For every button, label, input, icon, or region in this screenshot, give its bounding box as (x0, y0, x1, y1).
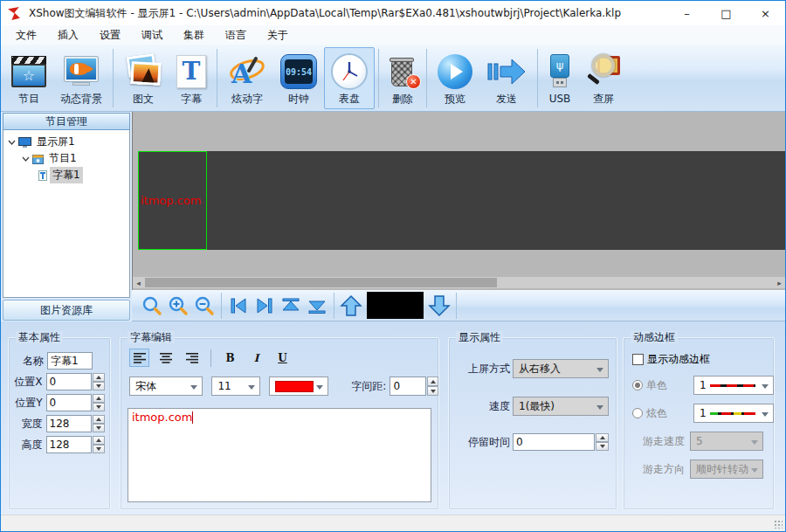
menu-cluster[interactable]: 集群 (173, 25, 215, 45)
pos-x-spinner[interactable] (93, 373, 105, 390)
width-input[interactable] (46, 415, 92, 432)
italic-button[interactable]: I (246, 349, 266, 367)
program-tree: 显示屏1 节目1 字幕1 (3, 130, 130, 298)
minimize-button[interactable]: – (667, 1, 707, 25)
bold-button[interactable]: B (220, 349, 240, 367)
program-node-icon (32, 154, 44, 164)
spinner-up-icon[interactable] (93, 373, 105, 382)
scroll-right-icon[interactable]: ▸ (774, 277, 785, 288)
program-button[interactable]: ☆ 节目 (4, 47, 53, 109)
preview-button[interactable]: 预览 (431, 47, 479, 109)
main-toolbar: ☆ 节目 动态背景 图文 T 字幕 (1, 45, 785, 112)
spinner-down-icon[interactable] (93, 403, 105, 411)
align-center-button[interactable] (155, 349, 176, 367)
clock-button[interactable]: 09:54 时钟 (273, 47, 324, 109)
close-button[interactable]: × (746, 1, 785, 25)
multi-color-radio[interactable] (632, 408, 643, 418)
move-last-button[interactable] (252, 293, 278, 319)
down-arrow-icon (428, 294, 451, 317)
align-left-button[interactable] (129, 349, 149, 367)
align-right-button[interactable] (182, 349, 202, 367)
subtitle-preview-text: itmop.com (139, 194, 201, 207)
height-input[interactable] (46, 436, 92, 453)
spinner-down-icon[interactable] (596, 442, 609, 451)
delete-button[interactable]: ✕ 删除 (383, 47, 423, 109)
move-first-button[interactable] (225, 293, 252, 319)
resize-grip-icon[interactable] (774, 520, 783, 529)
spinner-up-icon[interactable] (93, 394, 105, 403)
tree-item-program[interactable]: 节目1 (3, 150, 129, 167)
toolbar-separator (334, 293, 334, 319)
dynamic-background-button[interactable]: 动态背景 (53, 47, 109, 109)
scrollbar-thumb[interactable] (145, 278, 497, 287)
speed-select[interactable]: 1(最快) (513, 397, 609, 416)
font-color-select[interactable] (269, 377, 328, 396)
width-spinner[interactable] (93, 415, 105, 432)
image-library-button[interactable]: 图片资源库 (3, 300, 130, 321)
stay-time-spinner[interactable] (596, 433, 609, 451)
pos-x-input[interactable] (46, 373, 92, 390)
move-top-button[interactable] (278, 293, 304, 319)
name-input[interactable] (47, 352, 93, 370)
spinner-down-icon[interactable] (93, 445, 105, 453)
walk-speed-select[interactable]: 5 (690, 432, 763, 451)
move-bottom-button[interactable] (304, 293, 330, 319)
group-title: 显示属性 (456, 331, 503, 343)
spacing-input[interactable] (390, 377, 426, 396)
dial-button[interactable]: 表盘 (324, 47, 375, 109)
pos-y-spinner[interactable] (93, 394, 105, 411)
spinner-up-icon[interactable] (427, 377, 438, 386)
spinner-down-icon[interactable] (427, 386, 438, 396)
menu-about[interactable]: 关于 (257, 25, 299, 45)
mono-color-select[interactable]: 1 (693, 376, 774, 395)
menu-language[interactable]: 语言 (215, 25, 257, 45)
menu-bar: 文件 插入 设置 调试 集群 语言 关于 (1, 25, 785, 45)
dazzle-letter-icon: A (228, 51, 266, 93)
underline-button[interactable]: U (272, 349, 293, 367)
tree-item-subtitle[interactable]: 字幕1 (3, 167, 129, 183)
entry-method-select[interactable]: 从右移入 (513, 359, 609, 378)
screen-canvas[interactable]: itmop.com ◂ ▸ (132, 112, 785, 290)
zoom-out-button[interactable] (191, 293, 217, 319)
zoom-reset-button[interactable] (139, 293, 165, 319)
mono-color-radio[interactable] (632, 380, 643, 390)
layer-down-button[interactable] (426, 293, 452, 319)
dazzle-text-button[interactable]: A 炫动字 (221, 47, 273, 109)
menu-settings[interactable]: 设置 (89, 25, 131, 45)
pos-y-input[interactable] (46, 394, 92, 411)
zoom-out-icon (194, 295, 215, 316)
multi-color-select[interactable]: 1 (693, 404, 774, 423)
spacing-spinner[interactable] (427, 377, 438, 396)
graphic-text-button[interactable]: 图文 (117, 47, 169, 109)
usb-button[interactable]: ψ USB (541, 47, 578, 109)
spinner-down-icon[interactable] (93, 424, 105, 432)
walk-direction-select[interactable]: 顺时针转动 (690, 459, 763, 479)
chevron-down-icon[interactable] (7, 138, 16, 146)
tree-item-screen[interactable]: 显示屏1 (3, 134, 129, 150)
menu-insert[interactable]: 插入 (47, 25, 89, 45)
menu-debug[interactable]: 调试 (131, 25, 173, 45)
layer-up-button[interactable] (338, 293, 364, 319)
font-family-select[interactable]: 宋体 (129, 377, 203, 396)
font-size-select[interactable]: 11 (211, 377, 260, 396)
check-screen-button[interactable]: 查屏 (578, 47, 629, 109)
subtitle-text-area[interactable]: itmop.com (128, 408, 431, 502)
background-color-swatch[interactable] (367, 292, 424, 319)
scroll-left-icon[interactable]: ◂ (133, 277, 144, 288)
show-border-checkbox[interactable] (632, 354, 644, 365)
canvas-horizontal-scrollbar[interactable]: ◂ ▸ (133, 277, 785, 288)
digital-clock-icon: 09:54 (280, 51, 317, 93)
chevron-down-icon[interactable] (21, 155, 30, 162)
send-button[interactable]: 发送 (479, 47, 534, 109)
spinner-up-icon[interactable] (93, 436, 105, 445)
maximize-button[interactable]: □ (707, 1, 746, 25)
spinner-up-icon[interactable] (93, 415, 105, 424)
spinner-down-icon[interactable] (93, 382, 105, 390)
spinner-up-icon[interactable] (596, 433, 609, 442)
zoom-in-button[interactable] (165, 293, 191, 319)
height-spinner[interactable] (93, 436, 105, 453)
menu-file[interactable]: 文件 (5, 25, 47, 45)
subtitle-button[interactable]: T 字幕 (169, 47, 213, 109)
stay-time-input[interactable] (513, 433, 595, 451)
subtitle-item-box[interactable]: itmop.com (138, 151, 207, 250)
